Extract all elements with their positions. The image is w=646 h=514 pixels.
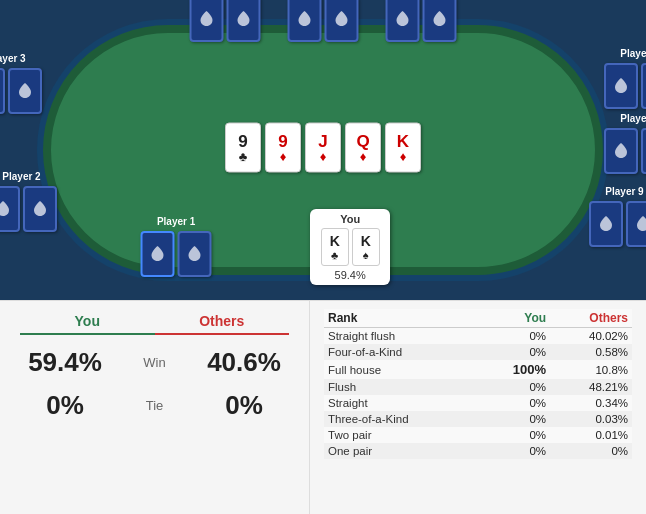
panel-header: You Others <box>20 313 289 335</box>
player-7-card-2 <box>641 63 646 109</box>
player-5-card-1 <box>288 0 322 42</box>
player-8-cards <box>604 128 646 174</box>
player-6-card-1 <box>385 0 419 42</box>
rank-others-cell: 40.02% <box>550 328 632 345</box>
rank-name-cell: Straight <box>324 395 478 411</box>
player-4: Player 4 <box>190 0 261 42</box>
player-4-cards <box>190 0 261 42</box>
rank-table-row: Straight flush0%40.02% <box>324 328 632 345</box>
player-3-card-1 <box>0 68 5 114</box>
rank-name-cell: Flush <box>324 379 478 395</box>
player-6-card-2 <box>422 0 456 42</box>
rank-others-cell: 0.34% <box>550 395 632 411</box>
player-9-card-1 <box>589 201 623 247</box>
rank-others-cell: 0.01% <box>550 427 632 443</box>
rank-col-header: Rank <box>324 309 478 328</box>
rank-table-row: Four-of-a-Kind0%0.58% <box>324 344 632 360</box>
player-6: Player 6 <box>385 0 456 42</box>
player-8: Player 8 <box>604 113 646 174</box>
tie-label: Tie <box>125 398 185 413</box>
player-5-cards <box>288 0 359 42</box>
rank-table-row: Straight0%0.34% <box>324 395 632 411</box>
player-6-cards <box>385 0 456 42</box>
rank-name-cell: One pair <box>324 443 478 459</box>
player-1-cards <box>141 231 212 277</box>
you-pct: 59.4% <box>318 269 382 281</box>
rank-table: Rank You Others Straight flush0%40.02%Fo… <box>324 309 632 459</box>
player-2-card-2 <box>23 186 57 232</box>
rank-name-cell: Straight flush <box>324 328 478 345</box>
player-5: Player 5 <box>288 0 359 42</box>
rank-others-cell: 48.21% <box>550 379 632 395</box>
rank-name-cell: Two pair <box>324 427 478 443</box>
community-cards: 9 ♣ 9 ♦ J ♦ Q ♦ K ♦ <box>225 123 421 173</box>
community-card-3: J ♦ <box>305 123 341 173</box>
you-col-header: You <box>478 309 550 328</box>
community-card-4: Q ♦ <box>345 123 381 173</box>
player-3-label: Player 3 <box>0 53 26 64</box>
player-1-label: Player 1 <box>157 216 195 227</box>
you-card-2: K ♠ <box>352 228 380 266</box>
player-7-label: Player 7 <box>620 48 646 59</box>
rank-you-cell: 0% <box>478 328 550 345</box>
player-2-cards <box>0 186 57 232</box>
you-hole-cards: K ♣ K ♠ <box>318 228 382 266</box>
rank-others-cell: 0% <box>550 443 632 459</box>
player-5-card-2 <box>325 0 359 42</box>
rank-you-cell: 0% <box>478 395 550 411</box>
player-4-card-1 <box>190 0 224 42</box>
you-win-pct: 59.4% <box>20 347 110 378</box>
player-4-card-2 <box>227 0 261 42</box>
player-1: Player 1 <box>141 216 212 277</box>
player-you: You K ♣ K ♠ 59.4% <box>310 209 390 285</box>
rank-you-cell: 100% <box>478 360 550 379</box>
panel-others-header: Others <box>155 313 290 335</box>
community-card-2: 9 ♦ <box>265 123 301 173</box>
rank-you-cell: 0% <box>478 427 550 443</box>
player-8-card-2 <box>641 128 646 174</box>
player-2: Player 2 <box>0 171 57 232</box>
others-tie-pct: 0% <box>199 390 289 421</box>
rank-table-row: Three-of-a-Kind0%0.03% <box>324 411 632 427</box>
player-1-card-1 <box>141 231 175 277</box>
player-9-card-2 <box>626 201 646 247</box>
you-tie-pct: 0% <box>20 390 110 421</box>
community-card-1: 9 ♣ <box>225 123 261 173</box>
win-label: Win <box>125 355 185 370</box>
player-7-cards <box>604 63 646 109</box>
player-8-card-1 <box>604 128 638 174</box>
win-row: 59.4% Win 40.6% <box>20 341 289 384</box>
win-stats-panel: You Others 59.4% Win 40.6% 0% Tie 0% <box>0 301 310 514</box>
rank-you-cell: 0% <box>478 443 550 459</box>
rank-breakdown-panel: Rank You Others Straight flush0%40.02%Fo… <box>310 301 646 514</box>
rank-name-cell: Three-of-a-Kind <box>324 411 478 427</box>
rank-others-cell: 0.03% <box>550 411 632 427</box>
player-8-label: Player 8 <box>620 113 646 124</box>
rank-table-row: Full house100%10.8% <box>324 360 632 379</box>
rank-name-cell: Four-of-a-Kind <box>324 344 478 360</box>
you-box: You K ♣ K ♠ 59.4% <box>310 209 390 285</box>
rank-others-cell: 10.8% <box>550 360 632 379</box>
player-9: Player 9 <box>589 186 646 247</box>
tie-row: 0% Tie 0% <box>20 384 289 427</box>
you-card-1: K ♣ <box>321 228 349 266</box>
player-3-cards <box>0 68 42 114</box>
rank-you-cell: 0% <box>478 379 550 395</box>
rank-table-row: One pair0%0% <box>324 443 632 459</box>
player-7: Player 7 <box>604 48 646 109</box>
panel-you-header: You <box>20 313 155 335</box>
rank-you-cell: 0% <box>478 344 550 360</box>
rank-name-cell: Full house <box>324 360 478 379</box>
others-win-pct: 40.6% <box>199 347 289 378</box>
poker-felt: 9 ♣ 9 ♦ J ♦ Q ♦ K ♦ Player 5 <box>43 25 603 275</box>
player-3: Player 3 <box>0 53 42 114</box>
player-9-label: Player 9 <box>605 186 643 197</box>
player-2-label: Player 2 <box>2 171 40 182</box>
player-1-card-2 <box>178 231 212 277</box>
stats-area: You Others 59.4% Win 40.6% 0% Tie 0% Ran… <box>0 300 646 514</box>
rank-table-row: Two pair0%0.01% <box>324 427 632 443</box>
community-card-5: K ♦ <box>385 123 421 173</box>
player-7-card-1 <box>604 63 638 109</box>
table-area: 9 ♣ 9 ♦ J ♦ Q ♦ K ♦ Player 5 <box>0 0 646 300</box>
player-9-cards <box>589 201 646 247</box>
